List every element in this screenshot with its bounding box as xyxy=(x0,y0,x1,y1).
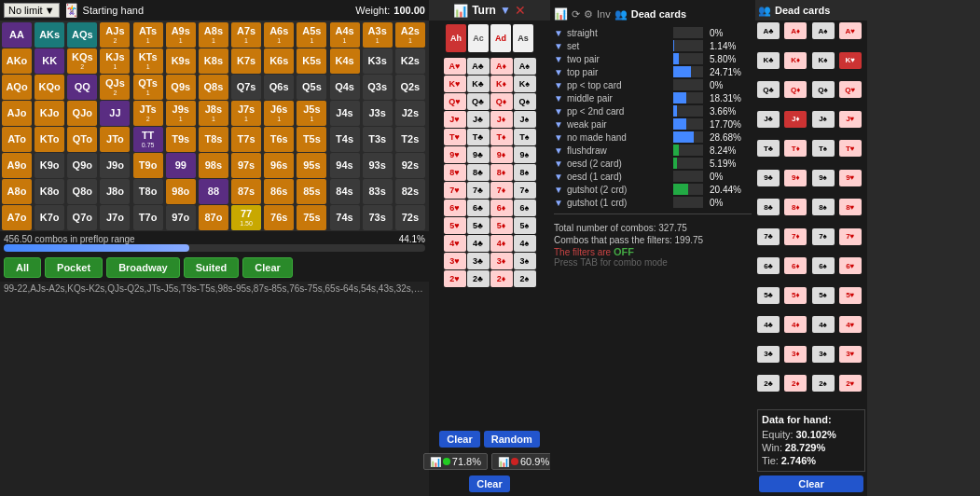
board-card-ac[interactable]: Ac xyxy=(468,24,489,52)
matrix-cell[interactable]: J2s xyxy=(395,101,425,126)
matrix-cell[interactable]: 76s xyxy=(264,205,294,230)
matrix-cell[interactable]: ATs1 xyxy=(133,22,163,48)
matrix-cell[interactable]: Q4s xyxy=(330,75,360,100)
matrix-cell[interactable]: 92s xyxy=(395,153,425,178)
dead-card-item[interactable]: 4♠ xyxy=(812,316,835,333)
matrix-cell[interactable]: QJs2 xyxy=(100,75,130,100)
matrix-cell[interactable]: K8o xyxy=(35,179,64,204)
close-icon[interactable]: ✕ xyxy=(515,3,526,18)
dead-card-item[interactable]: 3♦ xyxy=(784,346,807,363)
matrix-cell[interactable]: AQs xyxy=(67,22,97,48)
stat-filter-icon[interactable]: ▼ xyxy=(554,185,563,195)
card-selector[interactable]: 7♣ xyxy=(467,182,490,199)
matrix-cell[interactable]: T8s xyxy=(199,127,228,152)
matrix-cell[interactable]: KQo xyxy=(35,75,64,100)
filter2-btn[interactable]: 📊 60.9% xyxy=(491,453,556,470)
stat-filter-icon[interactable]: ▼ xyxy=(554,41,563,51)
matrix-cell[interactable]: A6s1 xyxy=(264,22,294,48)
matrix-cell[interactable]: Q7s xyxy=(231,75,261,100)
card-selector[interactable]: 7♠ xyxy=(514,182,536,199)
card-selector[interactable]: J♥ xyxy=(444,111,466,128)
board-card-ad[interactable]: Ad xyxy=(490,24,511,52)
dead-card-item[interactable]: 6♣ xyxy=(757,257,780,274)
stat-filter-icon[interactable]: ▼ xyxy=(554,54,563,64)
matrix-cell[interactable]: 99 xyxy=(166,153,196,178)
matrix-cell[interactable]: QJo xyxy=(67,101,97,126)
matrix-cell[interactable]: 74s xyxy=(330,205,360,230)
matrix-cell[interactable]: KTo xyxy=(35,127,64,152)
dead-card-item[interactable]: 7♦ xyxy=(784,228,807,245)
matrix-cell[interactable]: K9s xyxy=(166,48,196,74)
matrix-cell[interactable]: K7o xyxy=(35,205,64,230)
matrix-cell[interactable]: J9o xyxy=(100,153,130,178)
all-button[interactable]: All xyxy=(4,257,41,278)
card-selector[interactable]: 4♦ xyxy=(490,235,513,252)
dead-card-item[interactable]: A♥ xyxy=(839,22,862,39)
matrix-cell[interactable]: 98o xyxy=(166,179,196,204)
matrix-cell[interactable]: J9s1 xyxy=(166,101,196,126)
card-selector[interactable]: 3♥ xyxy=(444,253,466,269)
card-selector[interactable]: Q♥ xyxy=(444,93,466,110)
matrix-cell[interactable]: AJs2 xyxy=(100,22,130,48)
dead-card-item[interactable]: 6♥ xyxy=(839,257,862,274)
stat-filter-icon[interactable]: ▼ xyxy=(554,158,563,169)
dead-card-item[interactable]: T♥ xyxy=(839,140,862,157)
dead-card-item[interactable]: 2♦ xyxy=(784,375,807,392)
matrix-cell[interactable]: 95s xyxy=(297,153,326,178)
matrix-cell[interactable]: AQo xyxy=(2,75,32,100)
dead-card-item[interactable]: T♣ xyxy=(757,140,780,157)
matrix-cell[interactable]: K2s xyxy=(395,48,425,74)
card-selector[interactable]: K♠ xyxy=(514,76,536,92)
dead-card-item[interactable]: 3♣ xyxy=(757,346,780,363)
matrix-cell[interactable]: AKs xyxy=(35,22,64,48)
matrix-cell[interactable]: 96s xyxy=(264,153,294,178)
matrix-cell[interactable]: AA xyxy=(2,22,32,48)
matrix-cell[interactable]: Q2s xyxy=(395,75,425,100)
dead-card-item[interactable]: 4♥ xyxy=(839,316,862,333)
matrix-cell[interactable]: J7s1 xyxy=(231,101,261,126)
card-selector[interactable]: 9♥ xyxy=(444,146,466,163)
card-selector[interactable]: T♣ xyxy=(467,129,490,145)
pocket-button[interactable]: Pocket xyxy=(45,257,103,278)
matrix-cell[interactable]: 97o xyxy=(166,205,196,230)
dead-card-item[interactable]: A♠ xyxy=(812,22,835,39)
dead-card-item[interactable]: T♦ xyxy=(784,140,807,157)
matrix-cell[interactable]: ATo xyxy=(2,127,32,152)
stat-filter-icon[interactable]: ▼ xyxy=(554,67,563,77)
matrix-cell[interactable]: K8s xyxy=(199,48,228,74)
dead-card-item[interactable]: J♣ xyxy=(757,111,780,128)
dead-card-item[interactable]: 7♣ xyxy=(757,228,780,245)
card-selector[interactable]: 5♠ xyxy=(514,217,536,234)
card-selector[interactable]: Q♦ xyxy=(490,93,513,110)
matrix-scroll[interactable]: AAAKsAQsAJs2ATs1A9s1A8s1A7s1A6s1A5s1A4s1… xyxy=(0,21,429,231)
stat-filter-icon[interactable]: ▼ xyxy=(554,93,563,103)
card-selector[interactable]: 3♠ xyxy=(514,253,536,269)
board-clear-button[interactable]: Clear xyxy=(439,431,480,448)
stat-filter-icon[interactable]: ▼ xyxy=(554,106,563,117)
dead-card-item[interactable]: A♣ xyxy=(757,22,780,39)
card-selector[interactable]: 2♦ xyxy=(490,270,513,287)
matrix-cell[interactable]: 87o xyxy=(199,205,228,230)
card-selector[interactable]: T♥ xyxy=(444,129,466,145)
matrix-cell[interactable]: A5s1 xyxy=(297,22,326,48)
card-selector[interactable]: 2♠ xyxy=(514,270,536,287)
card-selector[interactable]: Q♠ xyxy=(514,93,536,110)
card-selector[interactable]: 7♦ xyxy=(490,182,513,199)
board-card-as[interactable]: As xyxy=(513,24,533,52)
stat-filter-icon[interactable]: ▼ xyxy=(554,145,563,156)
dead-card-item[interactable]: 9♥ xyxy=(839,170,862,186)
card-selector[interactable]: 9♣ xyxy=(467,146,490,163)
matrix-cell[interactable]: Q8s xyxy=(199,75,228,100)
card-selector[interactable]: 7♥ xyxy=(444,182,466,199)
matrix-cell[interactable]: 97s xyxy=(231,153,261,178)
dead-card-item[interactable]: Q♠ xyxy=(812,81,835,98)
matrix-cell[interactable]: 75s xyxy=(297,205,326,230)
filter1-btn[interactable]: 📊 71.8% xyxy=(423,453,488,470)
card-selector[interactable]: J♣ xyxy=(467,111,490,128)
dead-card-item[interactable]: Q♣ xyxy=(757,81,780,98)
matrix-cell[interactable]: K5s xyxy=(297,48,326,74)
card-selector[interactable]: A♦ xyxy=(490,58,513,75)
dead-card-item[interactable]: J♠ xyxy=(812,111,835,128)
dead-card-item[interactable]: 5♣ xyxy=(757,287,780,304)
matrix-cell[interactable]: J8o xyxy=(100,179,130,204)
